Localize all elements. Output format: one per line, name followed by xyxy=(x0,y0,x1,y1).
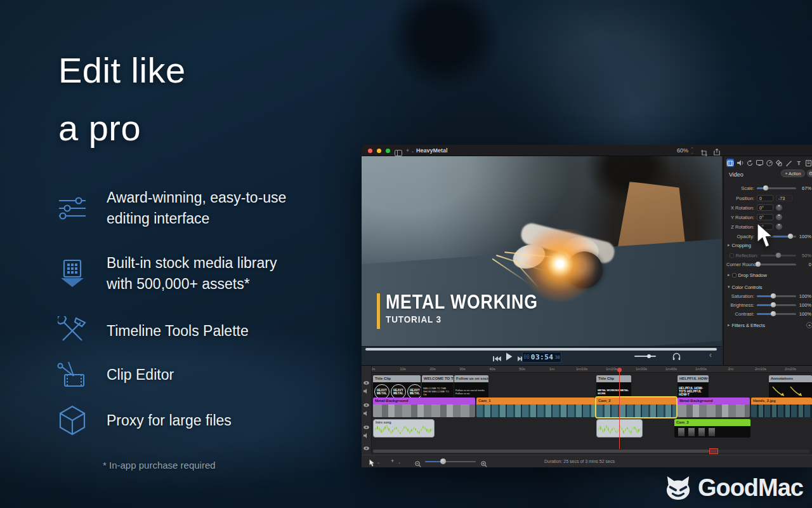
corner-round-slider[interactable] xyxy=(757,264,796,265)
feature-tools-palette: Timeline Tools Palette xyxy=(56,316,335,345)
motion-tab-icon[interactable] xyxy=(746,159,754,167)
drop-shadow-checkbox[interactable] xyxy=(732,273,737,277)
add-media-chevron-icon[interactable]: ⌄ xyxy=(411,149,414,153)
opacity-slider-thumb[interactable] xyxy=(788,234,793,239)
x-rotation-dial[interactable] xyxy=(776,204,782,211)
previous-frame-button[interactable] xyxy=(493,353,501,364)
shapes-tab-icon[interactable] xyxy=(775,159,783,167)
saturation-slider[interactable] xyxy=(757,295,796,297)
contrast-slider-thumb[interactable] xyxy=(771,311,776,316)
clip-hands[interactable]: Hands_2.jpg xyxy=(751,398,812,417)
action-button[interactable]: + Action xyxy=(781,170,805,177)
media-tab-icon[interactable] xyxy=(805,159,812,167)
clip-cam-3[interactable]: Cam_3 xyxy=(674,419,750,438)
play-button[interactable] xyxy=(506,352,513,363)
video-preview-canvas[interactable]: METAL WORKING TUTORIAL 3 xyxy=(362,156,722,346)
clip-annotations[interactable]: Annotations xyxy=(769,375,812,401)
pointer-tool-icon[interactable] xyxy=(369,458,375,469)
clip-social[interactable]: Follow us on social m Follow us on socia… xyxy=(454,375,488,401)
y-rotation-dial[interactable] xyxy=(776,214,782,220)
window-titlebar[interactable]: + ⌄ HeavyMetal 60% ⌃⌄ xyxy=(362,145,812,156)
saturation-slider-thumb[interactable] xyxy=(771,293,776,298)
disclosure-icon[interactable]: ▸ xyxy=(728,272,730,277)
scale-slider-thumb[interactable] xyxy=(763,185,768,190)
y-rotation-field[interactable]: 0° xyxy=(757,214,773,220)
reflection-slider[interactable] xyxy=(761,255,796,257)
clip-title-2[interactable]: Title Clip METAL WORKING METAL WORK xyxy=(596,375,631,401)
headphones-icon[interactable] xyxy=(672,352,681,363)
reflection-checkbox[interactable] xyxy=(730,253,734,258)
x-rotation-field[interactable]: 0° xyxy=(757,204,773,211)
timeline-ruler[interactable]: 0s 10s 20s 30s 40s 50s 1m 1m10s 1m20s 1m… xyxy=(372,366,812,373)
add-track-button[interactable]: + xyxy=(391,458,394,464)
disclosure-icon[interactable]: ▾ xyxy=(728,284,730,290)
clip-label: Metal-Background xyxy=(373,398,475,404)
brightness-slider-thumb[interactable] xyxy=(771,302,776,307)
add-media-button[interactable]: + xyxy=(406,147,409,154)
corner-round-slider-thumb[interactable] xyxy=(756,262,761,267)
zoom-stepper[interactable]: ⌃⌄ xyxy=(691,147,693,154)
clip-label: Title Clip xyxy=(596,375,631,382)
disclosure-icon[interactable]: ▸ xyxy=(728,323,730,328)
timeline-zoom-slider[interactable] xyxy=(425,461,476,462)
color-controls-row[interactable]: ▾ Color Controls xyxy=(726,283,812,291)
clip-cam-1[interactable]: Cam_1 xyxy=(476,398,595,417)
zoom-out-icon[interactable] xyxy=(415,458,421,470)
add-track-chevron-icon[interactable]: ⌄ xyxy=(398,460,401,464)
speed-tab-icon[interactable] xyxy=(766,159,773,167)
clip-metal-background-2[interactable]: Metal-Background xyxy=(678,398,750,417)
annotate-tab-icon[interactable] xyxy=(785,159,793,167)
zoom-level[interactable]: 60% xyxy=(677,147,688,154)
track2-mute-icon[interactable] xyxy=(363,407,369,418)
close-button[interactable] xyxy=(368,149,372,153)
inspector-panel-title: Video xyxy=(729,171,743,178)
timeline-scrollbar-thumb[interactable] xyxy=(373,450,709,453)
x-rotation-label: X Rotation: xyxy=(726,205,757,211)
scrollbar-playhead-marker[interactable] xyxy=(709,448,718,454)
playhead-line[interactable] xyxy=(619,369,620,449)
disclosure-icon[interactable]: ▸ xyxy=(728,243,730,248)
video-tab-icon[interactable] xyxy=(726,159,734,167)
clip-helpful[interactable]: HELPFUL HOW-TO HELPFUL HOW-TO'S HELPFUL … xyxy=(678,375,709,401)
add-filter-icon[interactable]: + xyxy=(806,322,812,328)
filters-effects-row[interactable]: ▸ Filters & Effects + xyxy=(726,321,812,329)
contrast-slider[interactable] xyxy=(757,313,796,315)
z-rotation-dial[interactable] xyxy=(776,224,782,230)
brand-logo: GoodMac xyxy=(664,474,803,502)
clip-metal-background-1[interactable]: Metal-Background xyxy=(373,398,475,417)
position-label: Position: xyxy=(726,196,757,201)
volume-slider-thumb[interactable] xyxy=(647,354,651,358)
timeline-zoom-thumb[interactable] xyxy=(440,458,446,464)
feature-clip-editor: Clip Editor xyxy=(56,361,335,389)
volume-slider[interactable] xyxy=(634,356,656,357)
preview-horizontal-scrollbar[interactable] xyxy=(365,348,717,351)
zoom-window-button[interactable] xyxy=(386,149,390,153)
gear-icon[interactable]: ⚙ xyxy=(807,170,812,177)
playhead-handle[interactable] xyxy=(617,368,622,372)
track-header-column xyxy=(362,366,372,455)
text-tab-icon[interactable]: T xyxy=(795,159,802,167)
audio-tab-icon[interactable] xyxy=(736,159,743,167)
drop-shadow-label: Drop Shadow xyxy=(738,272,767,278)
pointer-tool-chevron-icon[interactable]: ⌄ xyxy=(377,460,380,464)
scale-slider[interactable] xyxy=(757,187,796,189)
zoom-in-icon[interactable] xyxy=(481,458,487,470)
hero-title-line1: Edit like xyxy=(58,50,186,91)
corner-round-value: 0 xyxy=(796,262,811,267)
track3-mute-icon[interactable] xyxy=(363,429,369,441)
track1-mute-icon[interactable] xyxy=(363,385,369,396)
position-y-field[interactable]: -73 xyxy=(776,195,792,201)
timeline-scrollbar[interactable] xyxy=(373,450,809,453)
collapse-panel-icon[interactable]: ‹ xyxy=(709,351,712,359)
clip-cam-2-selected[interactable]: Cam_2 xyxy=(596,398,676,417)
drop-shadow-row[interactable]: ▸ Drop Shadow xyxy=(726,271,812,279)
reflection-slider-thumb[interactable] xyxy=(776,253,781,258)
track4-visibility-icon[interactable] xyxy=(363,441,369,453)
clip-title-1[interactable]: Title Clip HEAVYMETAL HEAVYMETAL HEAVYME… xyxy=(373,375,421,401)
clip-welcome[interactable]: WELCOME TO THE WELCOME TO THE SHOW WELCO… xyxy=(422,375,454,401)
screen-tab-icon[interactable] xyxy=(756,159,763,167)
minimize-button[interactable] xyxy=(377,149,381,153)
brightness-slider[interactable] xyxy=(757,304,796,306)
position-x-field[interactable]: 0 xyxy=(757,195,773,201)
clip-intro-song[interactable]: Intro song xyxy=(373,419,435,438)
